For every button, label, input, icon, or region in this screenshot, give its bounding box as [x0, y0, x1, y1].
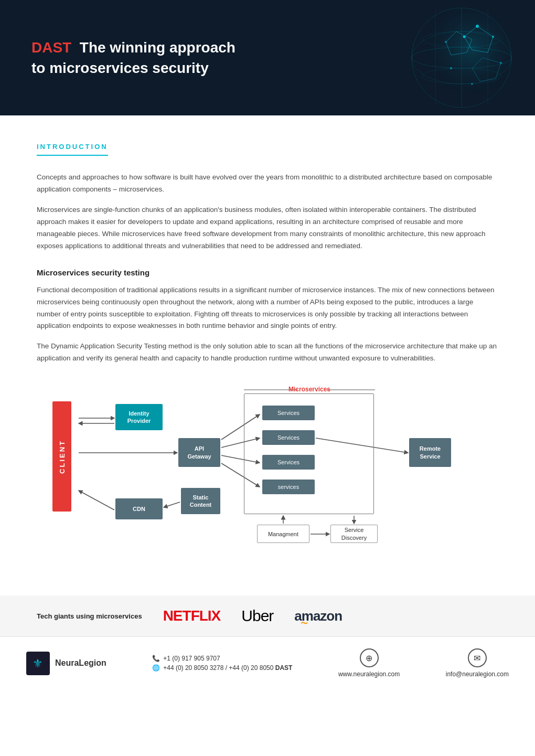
- header-text: DAST The winning approachto microservice…: [31, 37, 236, 78]
- uber-logo: Uber: [241, 607, 273, 625]
- tech-logos: NETFLIX Uber amazon: [163, 607, 343, 625]
- client-block: CLIENT: [52, 401, 71, 512]
- footer-logo: ⚜ NeuraLegion: [26, 652, 106, 675]
- footer: ⚜ NeuraLegion 📞 +1 (0) 917 905 9707 🌐 +4…: [0, 636, 535, 689]
- phone1: 📞 +1 (0) 917 905 9707: [152, 655, 292, 662]
- management-box: Managment: [257, 525, 309, 543]
- globe-decoration: [315, 0, 535, 115]
- identity-provider-box: IdentityProvider: [115, 404, 163, 430]
- remote-service-box: RemoteService: [409, 438, 451, 467]
- email-icon: ✉: [468, 648, 487, 667]
- static-content-box: StaticContent: [181, 488, 220, 514]
- section-title: INTRODUCTION: [37, 143, 108, 156]
- email-text: info@neuralegion.com: [446, 670, 509, 678]
- header-title: DAST The winning approachto microservice…: [31, 37, 236, 78]
- footer-website: ⊕ www.neuralegion.com: [338, 648, 400, 678]
- phone-icon: 📞: [152, 655, 160, 662]
- subsection-title: Microservices security testing: [37, 268, 498, 277]
- service-box-3: Services: [262, 455, 315, 470]
- service-box-1: Services: [262, 406, 315, 420]
- architecture-diagram: CLIENT IdentityProvider APIGetaway CDN S…: [52, 386, 483, 553]
- phone2: 🌐 +44 (0) 20 8050 3278 / +44 (0) 20 8050…: [152, 664, 292, 672]
- intro-para-1: Concepts and approaches to how software …: [37, 172, 498, 196]
- client-label: CLIENT: [58, 440, 66, 474]
- svg-point-16: [500, 62, 502, 64]
- globe-svg: [315, 0, 535, 115]
- svg-line-27: [79, 491, 114, 510]
- svg-text:⚜: ⚜: [33, 657, 43, 670]
- cdn-box: CDN: [115, 498, 163, 519]
- neuralegion-logo-icon: ⚜: [26, 652, 50, 675]
- phone2-icon: 🌐: [152, 664, 160, 672]
- microservices-label: Microservices: [244, 386, 375, 393]
- api-gateway-box: APIGetaway: [178, 438, 220, 467]
- netflix-logo: NETFLIX: [163, 608, 221, 624]
- tech-giants-label: Tech giants using microservices: [37, 612, 142, 620]
- header: DAST The winning approachto microservice…: [0, 0, 535, 115]
- svg-point-15: [445, 41, 447, 43]
- diagram-container: CLIENT IdentityProvider APIGetaway CDN S…: [37, 386, 498, 553]
- website-text: www.neuralegion.com: [338, 670, 400, 678]
- intro-para-2: Microservices are single-function chunks…: [37, 204, 498, 252]
- svg-point-18: [471, 83, 473, 85]
- service-box-2: Services: [262, 430, 315, 445]
- svg-line-28: [164, 502, 180, 507]
- svg-point-12: [476, 25, 479, 28]
- svg-point-13: [492, 36, 494, 38]
- sec-para-2: The Dynamic Application Security Testing…: [37, 340, 498, 365]
- svg-point-17: [450, 67, 452, 69]
- footer-email-section: ✉ info@neuralegion.com: [446, 648, 509, 678]
- dast-label: DAST: [31, 39, 71, 56]
- service-discovery-box: ServiceDiscovery: [330, 525, 378, 543]
- tech-giants-bar: Tech giants using microservices NETFLIX …: [0, 595, 535, 636]
- amazon-logo: amazon: [294, 608, 342, 624]
- footer-logo-text: NeuraLegion: [55, 658, 106, 668]
- footer-contact: 📞 +1 (0) 917 905 9707 🌐 +44 (0) 20 8050 …: [152, 655, 292, 672]
- service-box-4: services: [262, 480, 315, 494]
- main-content: INTRODUCTION Concepts and approaches to …: [0, 115, 535, 595]
- globe-icon: ⊕: [360, 648, 379, 667]
- sec-para-1: Functional decomposition of traditional …: [37, 284, 498, 333]
- svg-point-14: [463, 36, 466, 38]
